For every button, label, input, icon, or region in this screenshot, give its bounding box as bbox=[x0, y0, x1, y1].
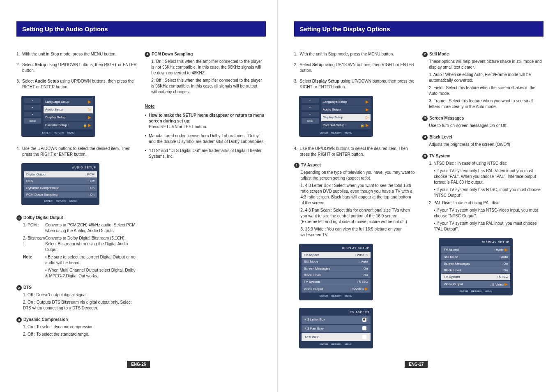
arrow-right-icon: ▶ bbox=[366, 107, 369, 113]
disp-row-video: Video OutputS-Video ▶ bbox=[441, 281, 510, 288]
arrow-right-icon: ▷ bbox=[88, 107, 91, 113]
display-setup-screenshot: DISPLAY SETUP TV AspectWide ▷ Still Mode… bbox=[299, 244, 373, 300]
menu-side-icon: • bbox=[302, 112, 319, 117]
aspect-row-wide: 16:9 Wide bbox=[302, 333, 371, 341]
page-26: Setting Up the Audio Options 1. With the… bbox=[0, 0, 278, 392]
subsec-dolby-digital: 1Dolby Digital Output 1. PCM :Converts t… bbox=[16, 215, 137, 279]
step-2: 2. Select Setup using UP/DOWN buttons, t… bbox=[294, 62, 415, 74]
disp-row-aspect: TV AspectWide ▷ bbox=[302, 252, 371, 258]
step-1: 1. With the unit in Stop mode, press the… bbox=[294, 51, 415, 57]
audio-row-digital-output: Digital OutputPCM bbox=[24, 171, 97, 178]
audio-row-pcm: PCM Down SamplingOn bbox=[24, 191, 97, 198]
arrow-right-icon: ▶ bbox=[365, 286, 368, 291]
subsec-tv-aspect: 1TV Aspect Depending on the type of tele… bbox=[294, 162, 415, 238]
menu-item-parental: Parental Setup :🔒 ▶ bbox=[321, 122, 371, 129]
menu-side-icon: • bbox=[24, 105, 41, 110]
step-1: 1. With the unit in Stop mode, press the… bbox=[16, 51, 137, 57]
step-2: 2. Select Setup using UP/DOWN buttons, t… bbox=[16, 62, 137, 74]
subsec-tv-system: 5TV System 1. NTSC Disc : In case of usi… bbox=[422, 153, 543, 232]
audio-setup-screenshot: AUDIO SETUP Digital OutputPCM DTSOff Dyn… bbox=[21, 163, 99, 205]
menu-item-audio: Audio Setup▶ bbox=[321, 106, 371, 113]
setup-menu-screenshot: • • • Setup Language Setup▶ Audio Setup▶… bbox=[299, 96, 373, 137]
menu-item-display: Display Setup▶ bbox=[44, 114, 93, 121]
section-header-audio: Setting Up the Audio Options bbox=[16, 21, 266, 37]
audio-row-dynamic: Dynamic CompressionOn bbox=[24, 185, 97, 191]
arrow-right-icon: ▶ bbox=[88, 99, 91, 105]
step-3: 3. Select Audio Setup using UP/DOWN butt… bbox=[16, 78, 137, 90]
right-page-col1: 1. With the unit in Stop mode, press the… bbox=[294, 51, 423, 356]
menu-item-display: Display Setup▷ bbox=[321, 114, 371, 121]
menu-side-icon: • bbox=[24, 112, 41, 117]
radio-icon bbox=[362, 335, 366, 339]
lock-icon: 🔒 ▶ bbox=[83, 122, 91, 128]
step-4: 4. Use the UP/DOWN buttons to select the… bbox=[16, 146, 137, 157]
setup-menu-screenshot: • • • Setup Language Setup▶ Audio Setup▷… bbox=[21, 96, 95, 137]
aspect-row-letterbox: 4:3 Letter Box bbox=[302, 316, 371, 323]
left-page-col2: 4PCM Down Sampling 1. On : Select this w… bbox=[145, 51, 265, 343]
disp-row-black: Black LevelOn bbox=[302, 272, 371, 278]
arrow-right-icon: ▶ bbox=[366, 99, 369, 105]
arrow-right-icon: ▷ bbox=[366, 115, 369, 120]
radio-icon bbox=[362, 326, 366, 330]
disp-row-messages: Screen MessagesOn bbox=[441, 261, 510, 267]
subsec-black-level: 4Black Level Adjusts the brightness of t… bbox=[422, 134, 543, 148]
subsec-still-mode: 2Still Mode These options will help prev… bbox=[422, 51, 543, 110]
menu-item-audio: Audio Setup▷ bbox=[44, 106, 93, 113]
disp-row-video: Video OutputS-Video ▶ bbox=[302, 285, 371, 293]
note-heading: Note bbox=[145, 103, 265, 109]
menu-side-setup: Setup bbox=[302, 118, 319, 123]
disp-row-tvsystem: TV SystemNTSC bbox=[302, 279, 371, 285]
disp-row-tvsystem: TV SystemNTSC bbox=[441, 274, 510, 280]
disp-row-aspect: TV AspectWide ▶ bbox=[441, 246, 510, 254]
display-setup-screenshot-2: DISPLAY SETUP TV AspectWide ▶ Still Mode… bbox=[439, 238, 513, 295]
audio-row-dts: DTSOff bbox=[24, 178, 97, 184]
radio-icon bbox=[362, 318, 366, 322]
arrow-right-icon: ▷ bbox=[366, 253, 368, 257]
right-page-col2: 2Still Mode These options will help prev… bbox=[422, 51, 543, 356]
lock-icon: 🔒 ▶ bbox=[360, 122, 368, 128]
disp-row-still: Still ModeAuto bbox=[302, 258, 371, 265]
disp-row-messages: Screen MessagesOn bbox=[302, 265, 371, 272]
menu-side-icon: • bbox=[302, 105, 319, 110]
tv-aspect-screenshot: TV ASPECT 4:3 Letter Box 4:3 Pan Scan 16… bbox=[299, 308, 373, 349]
step-4: 4. Use the UP/DOWN buttons to select the… bbox=[294, 146, 415, 157]
disp-row-still: Still ModeAuto bbox=[441, 254, 510, 260]
page-number: ENG-26 bbox=[0, 362, 277, 367]
page-number: ENG-27 bbox=[278, 362, 555, 367]
section-header-display: Setting Up the Display Options bbox=[294, 21, 544, 37]
arrow-right-icon: ▶ bbox=[88, 115, 91, 120]
disp-row-black: Black LevelOn bbox=[441, 267, 510, 273]
subsec-dynamic: 3Dynamic Compression 1. On : To select d… bbox=[16, 317, 137, 337]
menu-item-parental: Parental Setup :🔒 ▶ bbox=[44, 122, 93, 129]
page-27: Setting Up the Display Options 1. With t… bbox=[278, 0, 555, 392]
arrow-right-icon: ▶ bbox=[504, 247, 508, 252]
menu-side-icon: • bbox=[302, 98, 319, 103]
subsec-screen-messages: 3Screen Messages Use to turn on-screen m… bbox=[422, 115, 543, 129]
arrow-right-icon: ▶ bbox=[504, 282, 508, 286]
menu-item-language: Language Setup▶ bbox=[44, 98, 93, 106]
aspect-row-panscan: 4:3 Pan Scan bbox=[302, 325, 371, 332]
left-page-col1: 1. With the unit in Stop mode, press the… bbox=[16, 51, 145, 343]
menu-side-icon: • bbox=[24, 98, 41, 103]
menu-side-setup: Setup bbox=[24, 118, 41, 123]
step-3: 3. Select Display Setup using UP/DOWN bu… bbox=[294, 78, 415, 90]
subsec-pcm-down: 4PCM Down Sampling 1. On : Select this w… bbox=[145, 51, 265, 95]
subsec-dts: 2DTS 1. Off : Doesn't output digital sig… bbox=[16, 285, 137, 311]
menu-item-language: Language Setup▶ bbox=[321, 98, 371, 106]
